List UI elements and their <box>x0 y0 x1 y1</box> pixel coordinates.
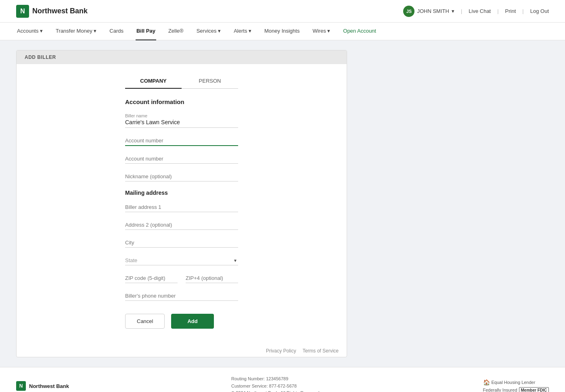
phone-input[interactable] <box>125 291 238 301</box>
main-nav: Accounts ▾ Transfer Money ▾ Cards Bill P… <box>0 23 565 40</box>
user-menu[interactable]: JS JOHN SMITH ▾ <box>403 6 454 17</box>
zip4-input[interactable] <box>186 273 238 283</box>
card-header: ADD BILLER <box>17 50 347 64</box>
terms-of-service-link[interactable]: Terms of Service <box>303 348 339 354</box>
card-body: COMPANY PERSON Account information Bille… <box>17 64 347 342</box>
user-name: JOHN SMITH <box>417 8 449 14</box>
separator-1: | <box>461 8 462 14</box>
mailing-address-title: Mailing address <box>125 190 238 196</box>
card-footer-links: Privacy Policy Terms of Service <box>17 342 347 357</box>
equal-housing-label: Equal Housing Lender <box>492 380 536 385</box>
nav-money-insights[interactable]: Money Insights <box>264 23 300 40</box>
federally-insured-label: Federally Insured <box>483 388 517 392</box>
footer-bank-name: Northwest Bank <box>29 383 69 389</box>
account-number-confirm-input[interactable] <box>125 154 238 164</box>
add-biller-card: ADD BILLER COMPANY PERSON Account inform… <box>16 50 347 357</box>
print-link[interactable]: Print <box>505 8 516 14</box>
cancel-button[interactable]: Cancel <box>125 314 165 329</box>
separator-2: | <box>497 8 498 14</box>
house-icon: 🏠 <box>483 379 490 386</box>
account-number-input[interactable] <box>125 136 238 146</box>
add-biller-form: Account information Biller name Carrie's… <box>125 98 238 329</box>
header-right: JS JOHN SMITH ▾ | Live Chat | Print | Lo… <box>403 6 549 17</box>
add-button[interactable]: Add <box>171 314 213 329</box>
phone-field <box>125 291 238 301</box>
fdic-badge: Federally Insured Member FDIC <box>483 387 549 392</box>
fdic-box: Member FDIC <box>519 387 549 392</box>
biller-address1-field <box>125 202 238 212</box>
biller-name-value: Carrie's Lawn Service <box>125 119 238 128</box>
account-number-field <box>125 136 238 146</box>
nickname-input[interactable] <box>125 172 238 181</box>
footer-logo-icon: N <box>16 381 26 391</box>
account-number-confirm-field <box>125 154 238 164</box>
zip-field <box>125 273 178 283</box>
tab-company[interactable]: COMPANY <box>125 74 182 89</box>
state-field: State ALAKAZAR CACOCTDE FLGAHIID ILINIAK… <box>125 256 238 265</box>
nav-bill-pay[interactable]: Bill Pay <box>136 23 156 40</box>
customer-service: Customer Service: 877-672-5678 <box>231 383 321 390</box>
biller-address1-input[interactable] <box>125 202 238 212</box>
live-chat-link[interactable]: Live Chat <box>469 8 491 14</box>
copyright: © 2024 Northwest Bank. All Rights Reserv… <box>231 390 321 392</box>
zip-row <box>125 273 238 283</box>
avatar: JS <box>403 6 414 17</box>
separator-3: | <box>522 8 523 14</box>
equal-housing-badge: 🏠 Equal Housing Lender <box>483 379 536 386</box>
logo-icon: N <box>16 5 29 18</box>
page-footer: N Northwest Bank Routing Number: 1234567… <box>0 367 565 392</box>
nav-wires[interactable]: Wires ▾ <box>312 23 331 40</box>
footer-badges: 🏠 Equal Housing Lender Federally Insured… <box>483 379 549 392</box>
address2-input[interactable] <box>125 220 238 230</box>
logo-area: N Northwest Bank <box>16 5 88 18</box>
city-field <box>125 238 238 248</box>
button-row: Cancel Add <box>125 314 238 329</box>
biller-name-label: Biller name <box>125 113 238 118</box>
zip-input[interactable] <box>125 273 178 283</box>
user-chevron-icon: ▾ <box>452 8 454 14</box>
tabs: COMPANY PERSON <box>125 74 238 89</box>
footer-info: Routing Number: 123456789 Customer Servi… <box>231 375 321 392</box>
nav-open-account[interactable]: Open Account <box>342 23 377 40</box>
state-select[interactable]: State ALAKAZAR CACOCTDE FLGAHIID ILINIAK… <box>125 256 238 265</box>
nav-services[interactable]: Services ▾ <box>196 23 222 40</box>
main-content: ADD BILLER COMPANY PERSON Account inform… <box>0 40 363 367</box>
footer-logo: N Northwest Bank <box>16 381 69 391</box>
zip4-field <box>186 273 238 283</box>
header: N Northwest Bank JS JOHN SMITH ▾ | Live … <box>0 0 565 23</box>
address2-field <box>125 220 238 230</box>
nav-accounts[interactable]: Accounts ▾ <box>16 23 44 40</box>
privacy-policy-link[interactable]: Privacy Policy <box>266 348 296 354</box>
tab-person[interactable]: PERSON <box>182 74 238 89</box>
state-wrapper: State ALAKAZAR CACOCTDE FLGAHIID ILINIAK… <box>125 256 238 265</box>
city-input[interactable] <box>125 238 238 248</box>
section-account-info: Account information <box>125 98 238 105</box>
biller-name-field: Biller name Carrie's Lawn Service <box>125 113 238 128</box>
nav-transfer-money[interactable]: Transfer Money ▾ <box>55 23 97 40</box>
nav-alerts[interactable]: Alerts ▾ <box>233 23 252 40</box>
nav-cards[interactable]: Cards <box>109 23 124 40</box>
bank-name: Northwest Bank <box>32 7 88 15</box>
nickname-field <box>125 172 238 181</box>
routing-number: Routing Number: 123456789 <box>231 375 321 383</box>
logout-link[interactable]: Log Out <box>530 8 549 14</box>
nav-zelle[interactable]: Zelle® <box>167 23 184 40</box>
